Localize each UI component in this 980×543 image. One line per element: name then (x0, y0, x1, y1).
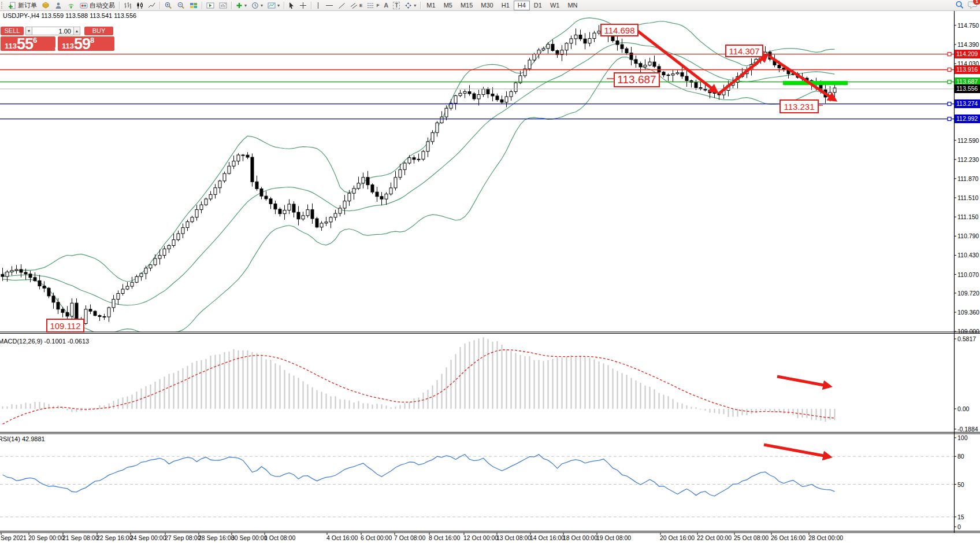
price-annotation-label[interactable]: 113.231 (779, 99, 819, 113)
date-axis-label[interactable]: 26 Oct 16:00 (771, 534, 805, 541)
cursor-tool-button[interactable] (286, 1, 297, 10)
line-ch-button[interactable] (146, 1, 158, 10)
price-annotation-label[interactable]: 113.687 (614, 72, 660, 87)
zoom-out-button[interactable] (175, 1, 187, 10)
price-axis-tick[interactable]: 109.000 (957, 328, 979, 335)
date-axis-label[interactable]: 7 Oct 08:00 (394, 534, 425, 541)
timeframe-m15-button[interactable]: M15 (456, 1, 477, 10)
price-axis-tick[interactable]: 111.870 (957, 175, 978, 182)
price-axis-tick[interactable]: 114.390 (957, 41, 979, 48)
date-axis-label[interactable]: 18 Oct 00:00 (563, 534, 597, 541)
price-axis-tick[interactable]: 110.430 (957, 252, 979, 258)
periods-button[interactable]: ▾ (249, 1, 265, 10)
tile-windows-button[interactable] (187, 1, 200, 10)
templates-button[interactable]: ▾ (265, 1, 282, 10)
price-axis-tick[interactable]: 112.230 (957, 156, 979, 163)
trend-arrow[interactable] (719, 55, 767, 94)
date-axis-label[interactable]: 27 Sep 08:00 (165, 534, 201, 541)
indicators-button[interactable]: ▾ (233, 1, 249, 10)
sell-price-display[interactable]: 113556 (1, 36, 55, 51)
date-axis-label[interactable]: 21 Sep 08:00 (62, 534, 98, 541)
date-axis-label[interactable]: 25 Oct 08:00 (734, 534, 769, 541)
date-axis-label[interactable]: 20 Oct 16:00 (660, 534, 695, 541)
autotrading-button[interactable]: 自动交易 (77, 1, 117, 10)
date-axis-label[interactable]: Sep 2021 (1, 534, 27, 541)
date-axis-label[interactable]: 28 Oct 00:00 (808, 534, 843, 541)
notifications-button[interactable]: 1 (968, 1, 978, 10)
price-axis-tick[interactable]: 110.790 (957, 232, 979, 239)
horizontal-line-tool-button[interactable] (323, 1, 336, 10)
date-axis-label[interactable]: 13 Oct 08:00 (496, 534, 531, 541)
price-axis-tick[interactable]: 109.720 (957, 290, 979, 297)
chart-shift-button[interactable] (217, 1, 229, 10)
volume-increase-button[interactable]: ▲ (73, 27, 80, 35)
date-axis-label[interactable]: 14 Oct 16:00 (530, 534, 565, 541)
search-icon[interactable] (955, 1, 964, 10)
signal-button[interactable] (65, 1, 77, 10)
hline-handle[interactable] (948, 80, 951, 84)
trend-arrow[interactable] (769, 56, 835, 100)
price-annotation-label[interactable]: 114.307 (725, 45, 763, 57)
crosshair-tool-button[interactable] (297, 1, 309, 10)
date-axis-label[interactable]: 12 Oct 00:00 (463, 534, 498, 541)
chart-forward-button[interactable] (204, 1, 217, 10)
timeframe-m5-button[interactable]: M5 (440, 1, 456, 10)
macd-axis-tick[interactable]: 0.5817 (957, 335, 976, 342)
price-axis-tick[interactable]: 111.150 (957, 213, 978, 220)
trend-arrow[interactable] (777, 376, 830, 386)
rsi-axis-tick[interactable]: 50 (957, 481, 964, 488)
price-annotation-label[interactable]: 109.112 (46, 319, 84, 333)
hline-handle[interactable] (948, 117, 951, 121)
channel-tool-button[interactable]: E (348, 1, 365, 10)
trendline-tool-button[interactable] (336, 1, 348, 10)
price-axis-tick[interactable]: 109.360 (957, 309, 979, 316)
hline-handle[interactable] (948, 53, 951, 56)
timeframe-h1-button[interactable]: H1 (498, 1, 514, 10)
date-axis-label[interactable]: 6 Oct 00:00 (361, 534, 392, 541)
timeframe-m30-button[interactable]: M30 (477, 1, 497, 10)
date-axis-label[interactable]: 24 Sep 00:00 (130, 534, 166, 541)
rsi-axis-tick[interactable]: 0 (957, 523, 961, 530)
fibonacci-tool-button[interactable]: F (365, 1, 381, 10)
price-axis-tick[interactable]: 110.070 (957, 271, 979, 278)
timeframe-w1-button[interactable]: W1 (546, 1, 564, 10)
macd-axis-tick[interactable]: 0.00 (957, 405, 969, 412)
price-axis-tick[interactable]: 112.590 (957, 137, 979, 144)
volume-decrease-button[interactable]: ▼ (25, 27, 32, 35)
bar-ch-button[interactable] (121, 1, 133, 10)
sell-button[interactable]: SELL (1, 27, 24, 35)
green-highlight-bar[interactable] (783, 81, 848, 85)
shapes-tool-button[interactable]: ▾ (402, 1, 418, 10)
new-order-button[interactable]: 新订单 (6, 1, 39, 10)
objects-button[interactable] (39, 1, 52, 10)
rsi-axis-tick[interactable]: 15 (957, 514, 964, 520)
price-axis-tick[interactable]: 111.510 (957, 194, 978, 201)
timeframe-d1-button[interactable]: D1 (530, 1, 546, 10)
chart-plot-area[interactable] (0, 0, 980, 543)
profile-button[interactable] (52, 1, 65, 10)
date-axis-label[interactable]: 28 Sep 16:00 (198, 534, 234, 541)
date-axis-label[interactable]: 1 Oct 08:00 (264, 534, 295, 541)
timeframe-m1-button[interactable]: M1 (422, 1, 439, 10)
macd-axis-tick[interactable]: -0.1884 (957, 426, 978, 433)
rsi-axis-tick[interactable]: 80 (957, 453, 964, 460)
price-annotation-label[interactable]: 114.698 (600, 24, 639, 36)
trend-arrow[interactable] (764, 445, 830, 457)
date-axis-label[interactable]: 22 Sep 16:00 (96, 534, 132, 541)
date-axis-label[interactable]: 22 Oct 00:00 (697, 534, 732, 541)
rsi-axis-tick[interactable]: 100 (957, 434, 968, 441)
volume-input[interactable] (32, 27, 73, 35)
date-axis-label[interactable]: 30 Sep 00:00 (231, 534, 267, 541)
date-axis-label[interactable]: 20 Sep 00:00 (28, 534, 64, 541)
hline-handle[interactable] (948, 68, 951, 72)
hline-handle[interactable] (948, 102, 951, 106)
price-axis-tick[interactable]: 114.750 (957, 22, 979, 29)
buy-price-display[interactable]: 113598 (58, 36, 114, 51)
buy-button[interactable]: BUY (84, 27, 113, 35)
date-axis-label[interactable]: 19 Oct 08:00 (596, 534, 631, 541)
timeframe-mn-button[interactable]: MN (563, 1, 581, 10)
chart-window[interactable]: USDJPY-,H4 113.559 113.588 113.541 113.5… (0, 0, 980, 543)
label-tool-button[interactable]: T (391, 1, 402, 10)
timeframe-h4-button[interactable]: H4 (514, 1, 530, 10)
candle-ch-button[interactable] (133, 1, 146, 10)
